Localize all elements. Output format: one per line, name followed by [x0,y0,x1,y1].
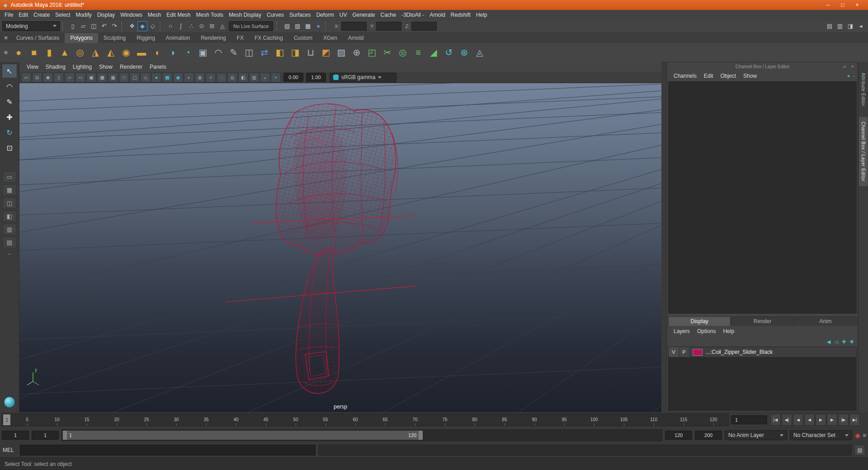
menubar-item[interactable]: Modify [73,12,94,18]
playback-start-field[interactable]: 1 [32,431,59,440]
depth-of-field-icon[interactable]: ◎ [227,73,237,82]
quick-layout-single-button[interactable]: ▭ [3,171,16,183]
pencil-curve-icon[interactable]: ✎ [226,45,241,60]
layer-visibility-toggle[interactable]: V [669,347,679,357]
layer-color-swatch[interactable] [693,349,703,356]
channel-box-menu-item[interactable]: Edit [700,73,717,79]
spin-edge-icon[interactable]: ↺ [441,45,457,60]
section-grip[interactable] [160,22,164,31]
symmetrize-icon[interactable]: ⊛ [457,45,472,60]
menubar-item[interactable]: Redshift [448,12,473,18]
menubar-item[interactable]: Edit [16,12,31,18]
select-camera-icon[interactable]: ▭ [21,73,31,82]
section-grip[interactable] [325,22,329,31]
channel-box-menu-item[interactable]: Channels [670,73,700,79]
film-gate-icon[interactable]: ▭ [75,73,85,82]
render-current-frame-icon[interactable]: ▧ [282,21,292,31]
menubar-item[interactable]: Surfaces [287,12,313,18]
menubar-item[interactable]: Select [52,12,73,18]
quick-layout-outliner-button[interactable]: ◧ [3,211,16,222]
multisample-icon[interactable]: ∷ [217,73,226,82]
lasso-tool[interactable]: ◠ [2,79,17,94]
menubar-item[interactable]: -3DtoAll - [399,12,427,18]
shelf-tab-rigging[interactable]: Rigging [131,33,160,43]
shelf-tab-curves-surfaces[interactable]: Curves / Surfaces [11,33,65,43]
create-empty-layer-icon[interactable]: ✚ [842,339,846,345]
step-back-key-button[interactable]: ◀| [782,414,792,426]
shelf-tab-arnold[interactable]: Arnold [343,33,369,43]
channel-box-menu-item[interactable]: Show [740,73,760,79]
script-editor-icon[interactable]: ▤ [854,445,865,456]
modeling-toolkit-icon[interactable] [4,397,15,408]
gamma-field[interactable]: 1.00 [306,73,326,82]
scale-tool[interactable]: ⊡ [2,141,17,155]
smooth-shade-icon[interactable]: ● [151,73,161,82]
layer-unsync-icon[interactable]: ◁ [834,339,838,345]
object-mode-icon[interactable]: ◈ [137,21,147,31]
play-backwards-button[interactable]: ◀ [804,414,815,426]
channel-list-empty[interactable] [668,81,857,314]
panel-menu-item[interactable]: Panels [146,64,170,70]
current-frame-marker[interactable]: 1 [3,414,10,425]
toolbox-collapse-button[interactable]: − [8,251,11,257]
layer-tab-render[interactable]: Render [731,316,793,326]
make-live-icon[interactable]: ◬ [217,21,227,31]
poly-cube-icon[interactable]: ■ [26,45,42,60]
snap-grid-icon[interactable]: ∩ [165,21,175,31]
time-slider-ruler[interactable]: 1 51015202530354045505560657075808590951… [2,414,729,426]
isolate-select-icon[interactable]: ◧ [238,73,248,82]
snap-curve-icon[interactable]: ∫ [176,21,186,31]
use-all-lights-icon[interactable]: ◉ [173,73,183,82]
menubar-item[interactable]: Curves [264,12,287,18]
go-to-end-button[interactable]: ▶| [849,414,860,426]
layer-editor-menu-item[interactable]: Help [719,328,738,334]
mel-input[interactable] [20,445,316,456]
x-coordinate-field[interactable] [341,22,367,31]
field-chart-icon[interactable]: ▦ [108,73,118,82]
layer-editor-menu-item[interactable]: Options [693,328,719,334]
menubar-item[interactable]: Windows [118,12,145,18]
shelf-tab-custom[interactable]: Custom [288,33,318,43]
playback-range-bar[interactable]: 1 120 [63,431,423,440]
anim-layer-dropdown[interactable]: No Anim Layer [725,430,787,440]
poly-torus-icon[interactable]: ◎ [72,45,88,60]
connect-icon[interactable]: ≡ [410,45,426,60]
poly-plane-icon[interactable]: ▬ [134,45,149,60]
menubar-item[interactable]: UV [337,12,350,18]
range-start-handle[interactable] [63,431,67,440]
move-tool[interactable]: ✚ [2,110,17,124]
rotate-tool[interactable]: ↻ [2,125,17,140]
image-plane-icon[interactable]: ▱ [65,73,75,82]
tab-attribute-editor[interactable]: Attribute Editor [859,68,868,111]
menubar-item[interactable]: Arnold [427,12,448,18]
show-channel-box-icon[interactable]: ◨ [845,21,855,31]
tab-channel-box-layer-editor[interactable]: Channel Box / Layer Editor [859,117,868,186]
resolution-gate-icon[interactable]: ▣ [86,73,96,82]
quad-strip-icon[interactable]: ◫ [241,45,257,60]
view-transform-dropdown[interactable]: sRGB gamma [330,73,396,82]
shelf-tab-animation[interactable]: Animation [160,33,195,43]
gamma-icon[interactable]: ◓ [271,73,281,82]
menubar-item[interactable]: Help [473,12,490,18]
transfer-attributes-icon[interactable]: ⇄ [257,45,272,60]
poly-pyramid-icon[interactable]: ◮ [88,45,103,60]
separate-icon[interactable]: ◨ [288,45,303,60]
panel-popout-icon[interactable]: ▱ [841,63,848,70]
bookmarks-icon[interactable]: ▯ [54,73,64,82]
animation-preferences-icon[interactable]: ≡ [863,432,866,439]
sweep-mesh-icon[interactable]: ◠ [211,45,226,60]
snap-projected-center-icon[interactable]: ⊙ [197,21,207,31]
menubar-item[interactable]: Mesh Tools [193,12,226,18]
section-grip[interactable] [62,22,66,31]
step-back-frame-button[interactable]: ◀ [793,414,803,426]
animation-start-field[interactable]: 1 [2,431,29,440]
snap-point-icon[interactable]: ∴ [186,21,196,31]
shelf-menu-icon[interactable]: ≡ [1,33,11,42]
z-coordinate-field[interactable] [411,22,437,31]
save-scene-icon[interactable]: ◫ [89,21,99,31]
select-tool[interactable]: ↖ [2,64,17,78]
poly-prism-icon[interactable]: ◭ [103,45,118,60]
shelf-tab-xgen[interactable]: XGen [318,33,343,43]
quick-layout-split-button[interactable]: ◫ [3,197,16,209]
undo-icon[interactable]: ↶ [99,21,109,31]
